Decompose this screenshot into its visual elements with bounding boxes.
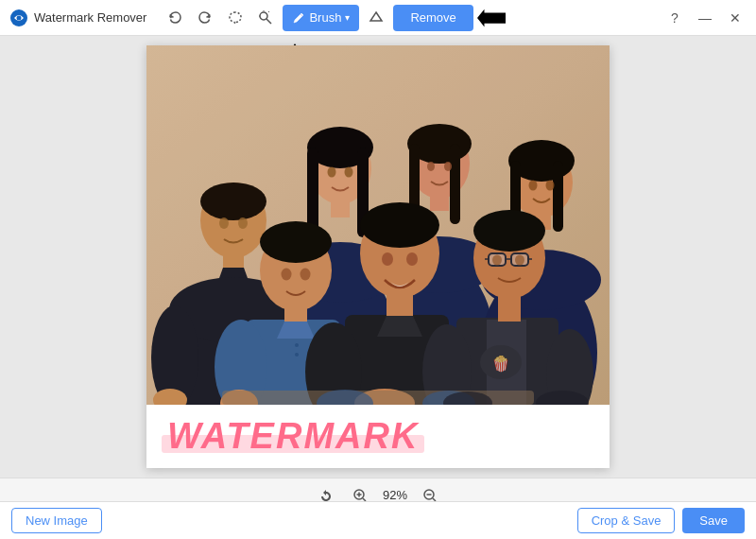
undo-button[interactable] (162, 5, 188, 31)
redo-button[interactable] (192, 5, 218, 31)
brush-tool-button[interactable]: Brush ▾ (283, 5, 359, 31)
toolbar: Brush ▾ Remove (162, 5, 505, 31)
zoom-level: 92% (383, 488, 407, 501)
svg-point-48 (529, 181, 538, 191)
image-container: 🍿 WATERMARK (146, 45, 610, 468)
svg-point-85 (492, 255, 502, 266)
watermark-area: WATERMARK (146, 405, 610, 468)
svg-point-49 (546, 181, 555, 191)
svg-marker-8 (370, 12, 382, 21)
crop-save-label: Crop & Save (592, 513, 662, 528)
svg-line-101 (433, 498, 436, 501)
svg-point-59 (301, 269, 311, 281)
new-image-label: New Image (26, 513, 88, 528)
close-button[interactable]: ✕ (724, 7, 747, 29)
svg-point-53 (260, 221, 332, 263)
zoom-in-button[interactable] (349, 484, 371, 502)
minimize-button[interactable]: — (694, 7, 716, 29)
svg-rect-28 (331, 200, 350, 217)
magic-wand-button[interactable] (252, 5, 279, 31)
svg-point-19 (238, 217, 248, 229)
svg-point-86 (515, 255, 524, 266)
svg-point-70 (406, 252, 418, 266)
svg-point-58 (282, 269, 292, 281)
svg-point-1 (17, 15, 22, 20)
rotate-left-button[interactable] (315, 484, 337, 502)
lasso-tool-button[interactable] (222, 5, 249, 31)
brush-label: Brush (309, 10, 341, 25)
svg-point-39 (427, 162, 435, 171)
footer-right: Crop & Save Save (577, 508, 745, 533)
svg-line-5 (268, 11, 269, 12)
svg-rect-79 (498, 295, 521, 322)
watermark-text: WATERMARK (167, 416, 419, 457)
svg-text:🍿: 🍿 (491, 355, 510, 373)
svg-line-3 (266, 19, 271, 24)
new-image-button[interactable]: New Image (11, 508, 102, 533)
title-bar: Watermark Remover (0, 0, 756, 36)
svg-point-78 (473, 210, 545, 252)
svg-point-18 (219, 217, 229, 229)
help-button[interactable]: ? (663, 7, 686, 29)
svg-point-2 (260, 12, 267, 20)
canvas-area: 🍿 WATERMARK (0, 36, 756, 478)
save-label: Save (699, 513, 728, 528)
svg-rect-57 (295, 353, 299, 356)
watermark-highlight: WATERMARK (162, 435, 424, 453)
remove-arrow-indicator (477, 9, 506, 27)
group-photo[interactable]: 🍿 (146, 45, 610, 405)
main-content: 🍿 WATERMARK (0, 36, 756, 501)
logo-icon (9, 9, 28, 27)
svg-line-97 (363, 498, 366, 501)
app-logo: Watermark Remover (9, 9, 146, 27)
svg-rect-37 (430, 195, 449, 211)
zoom-out-button[interactable] (419, 484, 441, 502)
app-title: Watermark Remover (34, 10, 146, 25)
crop-save-button[interactable]: Crop & Save (577, 508, 676, 533)
window-controls: ? — ✕ (663, 7, 747, 29)
svg-rect-36 (450, 144, 460, 224)
svg-point-40 (444, 162, 452, 171)
svg-point-14 (200, 183, 266, 220)
remove-button[interactable]: Remove (393, 5, 472, 31)
footer: New Image Crop & Save Save (0, 501, 756, 539)
svg-point-30 (328, 167, 336, 178)
zoom-bar: 92% (0, 478, 756, 501)
remove-label: Remove (410, 10, 455, 25)
svg-point-31 (345, 167, 353, 178)
svg-point-69 (382, 252, 393, 266)
svg-point-66 (360, 202, 439, 248)
polygon-tool-button[interactable] (363, 5, 389, 31)
svg-rect-45 (553, 161, 563, 232)
svg-marker-9 (477, 9, 506, 26)
brush-chevron-icon: ▾ (345, 12, 350, 23)
svg-rect-56 (295, 343, 299, 347)
save-button[interactable]: Save (682, 508, 745, 533)
